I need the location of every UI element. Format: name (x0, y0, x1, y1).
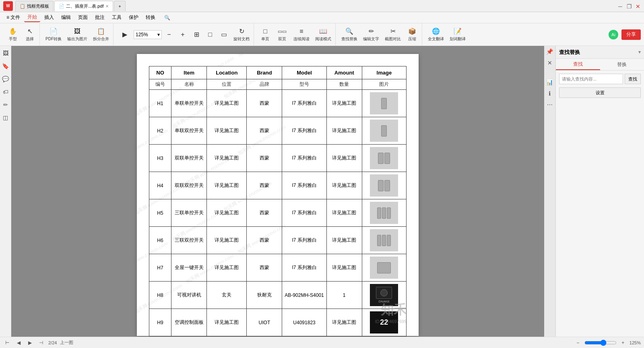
pdf-convert-button[interactable]: 📄 PDF转换 (43, 26, 64, 44)
full-translate-button[interactable]: 🌐 全文翻译 (425, 26, 446, 44)
bottom-zoom-in-icon[interactable]: + (619, 339, 627, 347)
rotate-button[interactable]: ↻ 旋转文档 (231, 26, 252, 44)
continuous-read-button[interactable]: ≡ 连续阅读 (291, 26, 312, 44)
zoom-display: 125% (630, 340, 641, 345)
find-button[interactable]: 查找 (625, 74, 641, 84)
zoom-out-button[interactable]: − (163, 29, 175, 40)
sidebar-tag-icon[interactable]: 🏷 (2, 88, 10, 96)
cell-brand: UIOT (247, 309, 282, 336)
read-mode-button[interactable]: 📖 阅读模式 (313, 26, 334, 44)
title-bar-left: W 📋 找框壳模板 📄 二、插座开...表.pdf ✕ ＋ (3, 1, 616, 11)
title-bar: W 📋 找框壳模板 📄 二、插座开...表.pdf ✕ ＋ ─ ❐ ✕ (0, 0, 644, 12)
screenshot-button[interactable]: ✂ 截图对比 (382, 26, 403, 44)
menu-protect[interactable]: 保护 (126, 13, 142, 22)
header-no-zh: 编号 (149, 79, 171, 90)
first-page-button[interactable]: ⊢ (3, 339, 11, 347)
rp-info-icon[interactable]: ℹ (546, 89, 554, 97)
compress-button[interactable]: 📦 压缩 (404, 26, 420, 44)
menu-start[interactable]: 开始 (24, 13, 40, 22)
minimize-button[interactable]: ─ (617, 3, 623, 9)
bottom-right: − + 125% (574, 339, 641, 347)
tab-template[interactable]: 📋 找框壳模板 (15, 1, 54, 11)
switch-image-h4 (370, 174, 398, 197)
switch-image-h3 (370, 147, 398, 169)
last-page-button[interactable]: ⊣ (37, 339, 45, 347)
pdf-convert-icon: 📄 (50, 27, 58, 35)
toolbar-group-layout: □ 单页 ▭▭ 双页 ≡ 连续阅读 📖 阅读模式 (256, 23, 336, 46)
rp-chart-icon[interactable]: 📊 (546, 78, 554, 86)
brand-id: ID: 1144697695 (375, 319, 407, 324)
export-image-button[interactable]: 🖼 输出为图片 (65, 26, 90, 44)
term-translate-button[interactable]: 📝 划词翻译 (447, 26, 468, 44)
sidebar-bookmark-icon[interactable]: 🔖 (2, 62, 10, 70)
pdf-area[interactable]: 知禾网 www.znzmo.com 知禾网 www.znzmo.com 知禾网 … (11, 46, 544, 337)
cell-image (362, 172, 406, 199)
cell-amount: 详见施工图 (326, 199, 362, 227)
restore-button[interactable]: ❐ (626, 3, 632, 9)
screenshot-icon: ✂ (389, 27, 397, 35)
menu-insert[interactable]: 插入 (41, 13, 57, 22)
switch-image-h2 (370, 120, 398, 142)
tab-close-icon[interactable]: ✕ (105, 4, 109, 8)
bottom-bar: ⊢ ◀ ▶ ⊣ 2/24 上一图 − + 125% (0, 337, 644, 348)
double-page-button[interactable]: ▭▭ 双页 (274, 26, 290, 44)
cell-location: 详见施工图 (207, 254, 247, 282)
tab-pdf[interactable]: 📄 二、插座开...表.pdf ✕ (54, 1, 113, 11)
split-merge-button[interactable]: 📋 拆分合并 (91, 26, 111, 44)
fit-page-button[interactable]: ⊞ (190, 29, 203, 40)
header-amount: Amount (326, 66, 362, 79)
share-button[interactable]: 分享 (621, 29, 641, 40)
single-page-button[interactable]: □ 单页 (257, 26, 273, 44)
sidebar-layers-icon[interactable]: ◫ (2, 114, 10, 122)
zoom-slider[interactable] (584, 340, 617, 346)
menu-edit[interactable]: 编辑 (58, 13, 74, 22)
cell-location: 玄关 (207, 282, 247, 309)
table-row: H7 全屋一键开关 详见施工图 西蒙 I7 系列雅白 详见施工图 (149, 254, 407, 282)
fit-height-button[interactable]: ▭ (217, 29, 230, 40)
menu-tools[interactable]: 工具 (109, 13, 125, 22)
ai-badge[interactable]: Ai (609, 30, 618, 39)
next-page-button[interactable]: ▶ (26, 339, 34, 347)
cell-model: I7 系列雅白 (282, 172, 326, 199)
panel-collapse-icon[interactable]: ▾ (638, 50, 641, 55)
settings-button[interactable]: 设置 (559, 87, 641, 98)
edit-text-button[interactable]: ✏ 编辑文字 (361, 26, 382, 44)
fit-height-icon: ▭ (220, 31, 228, 39)
search-input[interactable] (559, 74, 623, 84)
select-tool-button[interactable]: ↖ 选择 (22, 26, 38, 44)
cell-item: 全屋一键开关 (171, 254, 207, 282)
menu-page[interactable]: 页面 (75, 13, 91, 22)
full-width-button[interactable]: □ (204, 29, 217, 40)
rp-more-icon[interactable]: ⋯ (546, 101, 554, 109)
menu-search[interactable]: 🔍 (161, 14, 173, 21)
find-replace-icon: 🔍 (345, 27, 353, 35)
menu-file[interactable]: ≡ 文件 (3, 13, 23, 22)
toolbar-group-hand-select: ✋ 手型 ↖ 选择 (3, 23, 40, 46)
cell-item: 双联单控开关 (171, 145, 207, 172)
zoom-box[interactable]: 125% ▾ (134, 30, 162, 39)
full-width-icon: □ (206, 31, 214, 39)
header-image: Image (362, 66, 406, 79)
menu-convert[interactable]: 转换 (142, 13, 159, 22)
hand-tool-button[interactable]: ✋ 手型 (5, 26, 21, 44)
panel-tab-find[interactable]: 查找 (556, 59, 600, 70)
close-button[interactable]: ✕ (635, 3, 641, 9)
panel-tab-replace[interactable]: 替换 (600, 59, 644, 70)
sidebar-comment-icon[interactable]: 💬 (2, 75, 10, 83)
sidebar-pen-icon[interactable]: ✏ (2, 101, 10, 109)
table-row: H1 单联单控开关 详见施工图 西蒙 I7 系列雅白 详见施工图 (149, 90, 407, 117)
rp-close-icon[interactable]: ✕ (546, 59, 554, 67)
zoom-in-button[interactable]: + (176, 29, 189, 40)
play-button[interactable]: ▶ (117, 29, 133, 40)
rp-pin-icon[interactable]: 📌 (546, 48, 554, 56)
sidebar-thumbnail-icon[interactable]: 🖼 (2, 49, 10, 57)
menu-comment[interactable]: 批注 (92, 13, 108, 22)
cell-no: H2 (149, 117, 171, 145)
header-no: NO (149, 66, 171, 79)
header-item: Item (171, 66, 207, 79)
tab-add[interactable]: ＋ (114, 1, 126, 11)
find-replace-button[interactable]: 🔍 查找替换 (339, 26, 360, 44)
cell-model: I7 系列雅白 (282, 254, 326, 282)
prev-page-button[interactable]: ◀ (14, 339, 23, 347)
bottom-zoom-out-icon[interactable]: − (574, 339, 582, 347)
